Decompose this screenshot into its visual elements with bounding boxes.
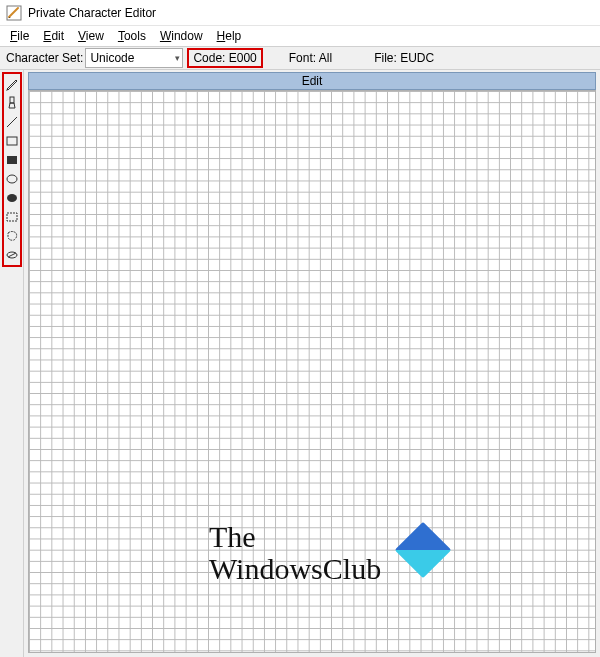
font-value: All [319, 51, 332, 65]
toolbox-highlight [2, 72, 22, 267]
menubar: File Edit View Tools Window Help [0, 26, 600, 46]
app-icon [6, 5, 22, 21]
charset-dropdown[interactable]: Unicode ▾ [85, 48, 183, 68]
watermark-line1: The [209, 521, 381, 553]
tool-rectangle-outline[interactable] [4, 132, 20, 150]
menu-edit[interactable]: Edit [37, 27, 70, 45]
tool-eraser[interactable] [4, 246, 20, 264]
tool-rectangle-filled[interactable] [4, 151, 20, 169]
app-title: Private Character Editor [28, 6, 156, 20]
code-value: E000 [229, 51, 257, 65]
tool-freeform-select[interactable] [4, 227, 20, 245]
svg-line-2 [7, 117, 17, 127]
svg-point-5 [7, 175, 17, 183]
tool-pencil[interactable] [4, 75, 20, 93]
toolbox [0, 70, 24, 657]
menu-help[interactable]: Help [211, 27, 248, 45]
menu-file[interactable]: File [4, 27, 35, 45]
tool-line[interactable] [4, 113, 20, 131]
tool-ellipse-outline[interactable] [4, 170, 20, 188]
chevron-down-icon: ▾ [175, 53, 180, 63]
svg-rect-3 [7, 137, 17, 145]
svg-point-6 [7, 194, 17, 202]
code-label: Code: [193, 51, 225, 65]
charset-value: Unicode [90, 51, 134, 65]
watermark: The WindowsClub [209, 521, 443, 584]
tool-brush[interactable] [4, 94, 20, 112]
code-field: Code: E000 [187, 48, 262, 68]
canvas-title: Edit [28, 72, 596, 90]
svg-line-9 [8, 253, 16, 257]
font-label: Font: [289, 51, 316, 65]
workarea: Edit The WindowsClub [0, 70, 600, 657]
infobar: Character Set: Unicode ▾ Code: E000 Font… [0, 46, 600, 70]
menu-window[interactable]: Window [154, 27, 209, 45]
menu-tools[interactable]: Tools [112, 27, 152, 45]
svg-rect-1 [10, 97, 14, 103]
tool-rect-select[interactable] [4, 208, 20, 226]
svg-rect-4 [7, 156, 17, 164]
font-field: Font: All [283, 51, 338, 65]
file-label: File: [374, 51, 397, 65]
menu-view[interactable]: View [72, 27, 110, 45]
titlebar: Private Character Editor [0, 0, 600, 26]
canvas-panel: Edit The WindowsClub [24, 70, 600, 657]
charset-label: Character Set: [0, 51, 85, 65]
tool-ellipse-filled[interactable] [4, 189, 20, 207]
watermark-line2: WindowsClub [209, 553, 381, 585]
svg-rect-7 [7, 213, 17, 221]
edit-grid[interactable]: The WindowsClub [28, 90, 596, 653]
file-value: EUDC [400, 51, 434, 65]
file-field: File: EUDC [368, 51, 440, 65]
watermark-text: The WindowsClub [209, 521, 381, 584]
watermark-logo-icon [395, 521, 452, 578]
